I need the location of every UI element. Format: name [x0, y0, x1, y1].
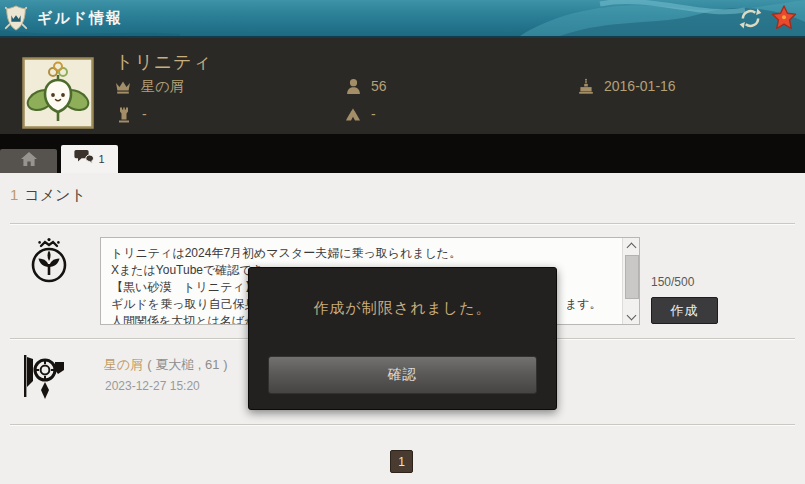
char-counter: 150/500 [651, 275, 694, 289]
tower-value: - [142, 106, 147, 122]
guild-master-name: 星の屑 [141, 78, 183, 96]
refresh-icon[interactable] [737, 5, 763, 31]
comment-author-meta: ( 夏大槌 , 61 ) [147, 356, 227, 374]
member-count: 56 [371, 78, 387, 94]
divider [10, 424, 795, 426]
comment-tab-badge: 1 [98, 153, 104, 165]
divider [10, 223, 795, 225]
my-guild-emblem-icon [26, 237, 72, 283]
scroll-up-icon[interactable] [623, 238, 639, 253]
crown-icon [115, 79, 131, 95]
editor-scrollbar[interactable] [622, 238, 639, 324]
tab-comments[interactable]: 1 [61, 145, 118, 173]
commenter-guild-emblem-icon [22, 352, 66, 400]
modal-message: 作成が制限されました。 [249, 299, 556, 318]
stat-guild-master: 星の屑 [115, 78, 183, 96]
guild-name: トリニティ [115, 50, 212, 74]
create-comment-button[interactable]: 作成 [651, 297, 718, 324]
guild-emblem [22, 57, 94, 129]
tab-strip: 1 [0, 134, 805, 173]
comment-author-row: 星の屑 ( 夏大槌 , 61 ) [104, 356, 228, 374]
tab-home[interactable] [0, 149, 57, 173]
comments-label: コメント [24, 186, 85, 203]
comment-timestamp: 2023-12-27 15:20 [105, 379, 200, 393]
editor-line: トリニティは2024年7月初めマスター夫婦に乗っ取られました。 [111, 245, 621, 262]
stat-members: 56 [345, 78, 387, 94]
cake-icon [578, 78, 594, 94]
founded-date: 2016-01-16 [604, 78, 676, 94]
camp-icon [345, 106, 361, 122]
guild-header: トリニティ 星の屑 - 56 - [0, 38, 805, 134]
tower-icon [116, 106, 132, 122]
stat-tower: - [116, 106, 147, 122]
stat-founded: 2016-01-16 [578, 78, 676, 94]
chat-bubbles-icon [74, 149, 94, 170]
members-icon [345, 78, 361, 94]
comment-author-name[interactable]: 星の屑 [104, 356, 143, 374]
page-title: ギルド情報 [37, 9, 123, 28]
guild-shield-icon [3, 5, 29, 31]
home-icon [20, 151, 38, 171]
scroll-down-icon[interactable] [623, 309, 639, 324]
stat-camp: - [345, 106, 376, 122]
starfish-favorite-icon[interactable] [771, 5, 797, 31]
scrollbar-thumb[interactable] [625, 255, 639, 299]
guild-info-window: ギルド情報 [0, 0, 805, 484]
camp-value: - [371, 106, 376, 122]
confirm-button[interactable]: 確認 [268, 356, 537, 394]
comments-heading: 1コメント [10, 186, 86, 205]
titlebar: ギルド情報 [0, 0, 805, 38]
comments-count: 1 [10, 186, 18, 203]
pagination-page-1[interactable]: 1 [390, 450, 413, 473]
restriction-modal: 作成が制限されました。 確認 [248, 267, 557, 410]
